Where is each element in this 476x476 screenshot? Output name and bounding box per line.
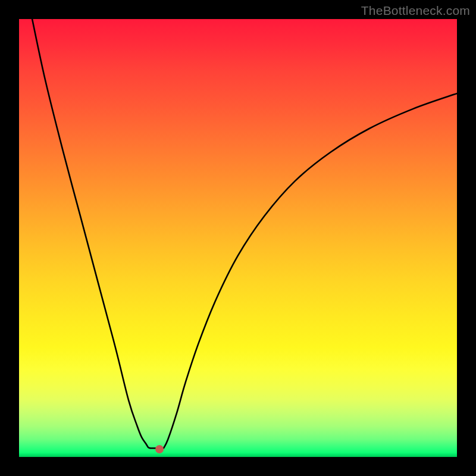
watermark-text: TheBottleneck.com <box>361 4 470 18</box>
bottleneck-curve <box>19 19 457 457</box>
chart-frame: TheBottleneck.com <box>0 0 476 476</box>
plot-area <box>19 19 457 457</box>
optimum-marker <box>155 445 164 453</box>
